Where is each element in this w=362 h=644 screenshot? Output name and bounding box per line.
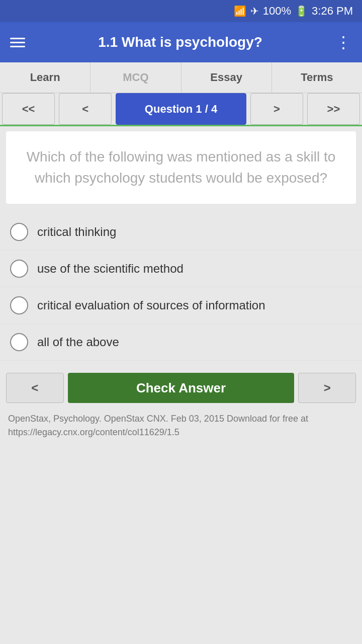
question-card: Which of the following was mentioned as …: [6, 131, 356, 204]
wifi-icon: 📶: [234, 5, 246, 17]
next-question-button[interactable]: >: [250, 93, 303, 125]
tab-learn[interactable]: Learn: [0, 62, 90, 93]
hamburger-menu-icon[interactable]: [10, 38, 25, 47]
option-c[interactable]: critical evaluation of sources of inform…: [0, 287, 362, 324]
check-answer-button[interactable]: Check Answer: [68, 373, 295, 403]
tab-terms[interactable]: Terms: [272, 62, 362, 93]
status-bar: 📶 ✈ 100% 🔋 3:26 PM: [0, 0, 362, 22]
question-text: Which of the following was mentioned as …: [18, 146, 344, 189]
tab-mcq[interactable]: MCQ: [90, 62, 181, 93]
options-container: critical thinking use of the scientific …: [0, 209, 362, 366]
action-next-button[interactable]: >: [298, 373, 356, 403]
radio-d[interactable]: [10, 333, 28, 351]
prev-question-button[interactable]: <: [59, 93, 112, 125]
question-counter: Question 1 / 4: [116, 93, 246, 125]
app-bar-title: 1.1 What is psychology?: [33, 34, 327, 50]
battery-text: 100%: [263, 5, 291, 18]
radio-c[interactable]: [10, 296, 28, 314]
option-d-text: all of the above: [37, 335, 119, 349]
option-a[interactable]: critical thinking: [0, 214, 362, 251]
battery-icon: 🔋: [295, 5, 308, 17]
radio-a[interactable]: [10, 223, 28, 241]
option-b[interactable]: use of the scientific method: [0, 251, 362, 287]
tab-essay[interactable]: Essay: [182, 62, 272, 93]
airplane-icon: ✈: [250, 5, 259, 17]
app-bar: 1.1 What is psychology? ⋮: [0, 22, 362, 62]
navigation-bar: << < Question 1 / 4 > >>: [0, 93, 362, 126]
option-b-text: use of the scientific method: [37, 262, 184, 276]
action-prev-button[interactable]: <: [6, 373, 64, 403]
status-icons: 📶 ✈ 100% 🔋 3:26 PM: [234, 5, 353, 18]
time-display: 3:26 PM: [312, 5, 353, 18]
overflow-menu-icon[interactable]: ⋮: [335, 33, 352, 52]
footer-citation: OpenStax, Psychology. OpenStax CNX. Feb …: [0, 408, 362, 449]
first-question-button[interactable]: <<: [2, 93, 55, 125]
tab-bar: Learn MCQ Essay Terms: [0, 62, 362, 93]
last-question-button[interactable]: >>: [307, 93, 360, 125]
option-c-text: critical evaluation of sources of inform…: [37, 298, 265, 312]
option-a-text: critical thinking: [37, 225, 116, 239]
radio-b[interactable]: [10, 260, 28, 278]
action-bar: < Check Answer >: [0, 368, 362, 408]
option-d[interactable]: all of the above: [0, 324, 362, 361]
